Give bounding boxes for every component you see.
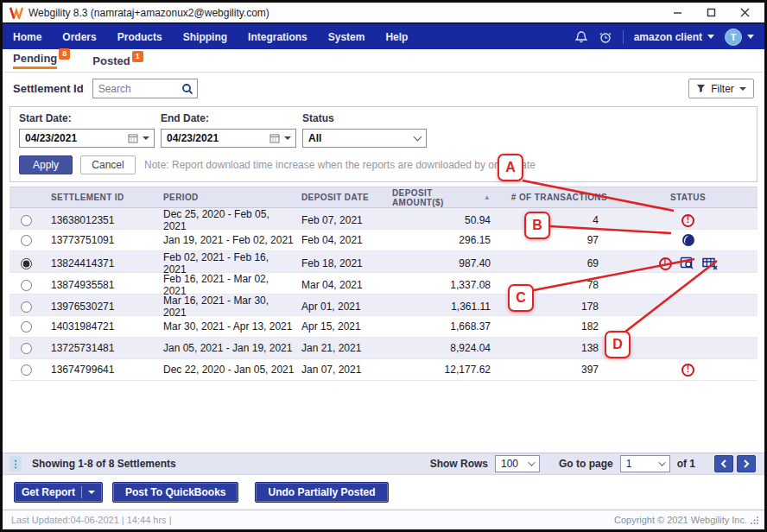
show-rows-value: 100 [501, 458, 518, 470]
settlement-radio[interactable] [21, 280, 32, 291]
column-status[interactable]: STATUS [618, 193, 757, 202]
column-deposit-amount[interactable]: DEPOSIT AMOUNT($) ▲ [385, 188, 502, 207]
main-content: Pending 8 Posted 1 Settlement Id [3, 49, 764, 510]
chevron-left-icon [720, 459, 727, 468]
deposit-amount-cell: 296.15 [385, 234, 502, 246]
show-rows-select[interactable]: 100 [495, 455, 540, 472]
column-deposit-date[interactable]: DEPOSIT DATE [295, 193, 385, 202]
tab-strip: Pending 8 Posted 1 [3, 49, 764, 73]
client-selector-dropdown[interactable]: amazon client [634, 31, 714, 43]
tab-pending[interactable]: Pending 8 [13, 52, 70, 72]
menu-bar: Home Orders Products Shipping Integratio… [3, 24, 764, 49]
menu-shipping[interactable]: Shipping [183, 31, 227, 43]
search-toolbar: Settlement Id Filter [3, 73, 764, 104]
menu-products[interactable]: Products [117, 31, 162, 43]
menu-home[interactable]: Home [13, 31, 41, 43]
column-transactions[interactable]: # OF TRANSACTIONS [502, 193, 618, 202]
settlement-id-cell: 14031984721 [44, 320, 156, 332]
settlement-radio[interactable] [21, 258, 32, 269]
posting-details-table-icon[interactable] [702, 256, 718, 270]
deposit-date-cell: Feb 04, 2021 [295, 234, 385, 246]
column-period[interactable]: PERIOD [156, 193, 295, 202]
goto-page-select[interactable]: 1 [620, 455, 670, 472]
error-status-icon[interactable]: ! [659, 257, 672, 270]
maximize-button[interactable] [706, 7, 717, 18]
period-cell: Feb 02, 2021 - Feb 16, 2021 [156, 251, 295, 276]
action-buttons-bar: Get Report Post To QuickBooks Undo Parti… [3, 475, 764, 510]
chevron-down-icon [528, 459, 535, 466]
grip-handle-icon[interactable]: ⋮ [10, 456, 22, 472]
get-report-label: Get Report [22, 486, 75, 498]
tab-posted[interactable]: Posted 1 [92, 54, 143, 72]
menu-divider [623, 30, 624, 44]
start-date-value: 04/23/2021 [25, 132, 128, 144]
settlement-radio[interactable] [21, 301, 32, 313]
chevron-down-icon [739, 87, 746, 91]
filter-note-text: Note: Report download time increase when… [144, 159, 536, 171]
previous-page-button[interactable] [714, 455, 733, 472]
chevron-down-icon [747, 35, 754, 39]
showing-count-text: Showing 1-8 of 8 Settlements [32, 458, 176, 470]
deposit-amount-cell: 1,337.08 [385, 279, 502, 291]
menu-help[interactable]: Help [385, 31, 408, 43]
search-icon[interactable] [181, 83, 193, 95]
column-settlement-id[interactable]: SETTLEMENT ID [44, 193, 156, 202]
table-row[interactable]: 13976530271 Mar 16, 2021 - Mar 30, 2021 … [10, 294, 757, 316]
status-filter-select[interactable]: All [302, 129, 427, 148]
menu-orders[interactable]: Orders [62, 31, 96, 43]
error-status-icon[interactable]: ! [681, 364, 694, 377]
scheduler-clock-icon[interactable] [599, 30, 612, 44]
table-row[interactable]: 13725731481 Jan 05, 2021 - Jan 19, 2021 … [10, 338, 757, 359]
settlement-radio[interactable] [21, 321, 32, 332]
deposit-date-cell: Apr 15, 2021 [295, 320, 385, 332]
settlement-id-cell: 13976530271 [44, 301, 156, 313]
annotation-badge-a: A [498, 154, 523, 181]
status-filter-value: All [308, 132, 415, 144]
deposit-date-cell: Jan 07, 2021 [295, 364, 385, 376]
table-row[interactable]: 13773751091 Jan 19, 2021 - Feb 02, 2021 … [10, 230, 757, 251]
deposit-date-cell: Feb 18, 2021 [295, 257, 385, 269]
status-filter-label: Status [302, 112, 427, 124]
error-status-icon[interactable]: ! [681, 214, 694, 227]
notifications-bell-icon[interactable] [574, 30, 588, 44]
user-avatar-dropdown[interactable]: T [725, 28, 754, 46]
menu-system[interactable]: System [328, 31, 365, 43]
settlement-search-input[interactable] [98, 83, 181, 95]
partially-posted-status-icon[interactable] [681, 233, 695, 247]
filter-button[interactable]: Filter [688, 79, 754, 98]
post-to-quickbooks-button[interactable]: Post To QuickBooks [112, 482, 238, 503]
table-row[interactable]: 13674799641 Dec 22, 2020 - Jan 05, 2021 … [10, 359, 757, 381]
cancel-button[interactable]: Cancel [80, 155, 136, 174]
preview-report-icon[interactable] [680, 256, 694, 270]
transactions-cell: 182 [502, 320, 618, 332]
end-date-picker[interactable]: 04/23/2021 [161, 129, 296, 148]
table-row[interactable]: 14031984721 Mar 30, 2021 - Apr 13, 2021 … [10, 316, 757, 338]
apply-button[interactable]: Apply [19, 155, 73, 174]
period-cell: Dec 25, 2020 - Feb 05, 2021 [156, 208, 295, 232]
calendar-icon [269, 133, 281, 143]
end-date-value: 04/23/2021 [167, 132, 269, 144]
calendar-icon [128, 133, 139, 143]
period-cell: Mar 30, 2021 - Apr 13, 2021 [156, 320, 295, 332]
menu-integrations[interactable]: Integrations [248, 31, 307, 43]
undo-partially-posted-button[interactable]: Undo Partially Posted [255, 482, 388, 503]
resize-grip-icon[interactable] [751, 516, 759, 524]
title-bar: Webgility 8.3 (namrataj+amazonux2@webgil… [3, 3, 764, 24]
minimize-button[interactable] [672, 7, 683, 18]
table-row[interactable]: 13824414371 Feb 02, 2021 - Feb 16, 2021 … [10, 251, 757, 273]
close-button[interactable] [739, 7, 751, 18]
get-report-button[interactable]: Get Report [14, 482, 103, 503]
start-date-picker[interactable]: 04/23/2021 [19, 129, 155, 148]
settlement-id-cell: 13638012351 [44, 214, 156, 226]
table-row[interactable]: 13874935581 Feb 16, 2021 - Mar 02, 2021 … [10, 273, 757, 294]
show-rows-label: Show Rows [430, 458, 488, 470]
settlement-radio[interactable] [21, 364, 32, 376]
table-row[interactable]: 13638012351 Dec 25, 2020 - Feb 05, 2021 … [10, 208, 757, 230]
settlement-search-box [92, 79, 198, 98]
page-total-label: of 1 [677, 458, 695, 470]
settlement-radio[interactable] [21, 235, 32, 246]
settlement-radio[interactable] [21, 343, 32, 354]
next-page-button[interactable] [737, 455, 756, 472]
tab-posted-badge: 1 [132, 51, 143, 62]
settlement-radio[interactable] [21, 215, 32, 226]
